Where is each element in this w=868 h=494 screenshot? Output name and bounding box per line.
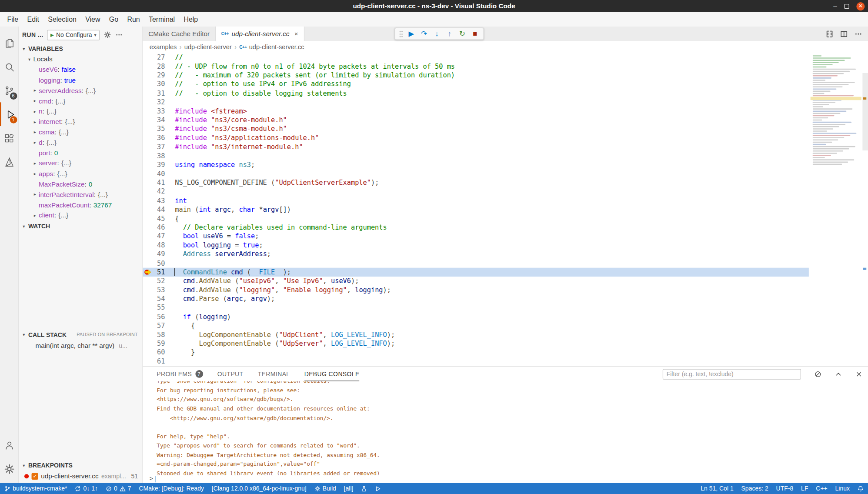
variable-row[interactable]: logging:true (19, 75, 142, 85)
code-line[interactable]: 52 cmd.AddValue ("useIpv6", "Use Ipv6", … (143, 277, 808, 286)
code-line[interactable]: 61 (143, 357, 808, 366)
variable-row[interactable]: ▸csma:{...} (19, 127, 142, 137)
minimap[interactable] (813, 54, 860, 165)
close-panel-icon[interactable] (855, 370, 863, 378)
menu-go[interactable]: Go (105, 12, 123, 27)
code-line[interactable]: 27// (143, 53, 808, 62)
code-line[interactable]: 36#include "ns3/applications-module.h" (143, 134, 808, 143)
breakpoints-section-header[interactable]: ▾ BREAKPOINTS (19, 460, 142, 471)
code-line[interactable]: 41NS_LOG_COMPONENT_DEFINE ("UdpClientSer… (143, 178, 808, 187)
variable-row[interactable]: ▸interPacketInterval:{...} (19, 190, 142, 200)
views-more-icon[interactable] (115, 31, 123, 39)
line-number[interactable]: 47 (143, 232, 165, 241)
line-number[interactable]: 45 (143, 214, 165, 223)
code-line[interactable]: 49 Address serverAddress; (143, 250, 808, 259)
code-line[interactable]: 50 (143, 259, 808, 268)
code-line[interactable]: 51 CommandLine cmd (__FILE__); (143, 267, 808, 277)
code-line[interactable]: 33#include <fstream> (143, 107, 808, 116)
step-into-button[interactable]: ↓ (432, 28, 441, 39)
line-number[interactable]: 40 (143, 169, 165, 178)
minimize-button[interactable]: – (833, 3, 837, 9)
line-number[interactable]: 33 (143, 107, 165, 116)
run-debug-icon[interactable]: 1 (0, 102, 19, 126)
editor-scrollbar[interactable] (862, 73, 868, 150)
status-eol[interactable]: LF (801, 485, 808, 492)
status-os-indicator[interactable]: Linux (835, 485, 850, 492)
variables-section-header[interactable]: ▾ VARIABLES (19, 43, 142, 54)
variable-row[interactable]: maxPacketCount:32767 (19, 200, 142, 210)
line-number[interactable]: 31 (143, 89, 165, 98)
line-number[interactable]: 34 (143, 116, 165, 125)
status-encoding[interactable]: UTF-8 (776, 485, 794, 492)
breadcrumb-item[interactable]: C++udp-client-server.cc (239, 43, 304, 50)
status-notifications[interactable] (858, 485, 864, 491)
editor-tab[interactable]: CMake Cache Editor (143, 27, 216, 41)
split-editor-icon[interactable] (840, 30, 848, 38)
status-cmake-build[interactable]: Build (314, 485, 336, 492)
line-number[interactable]: 46 (143, 223, 165, 232)
line-number[interactable]: 59 (143, 339, 165, 348)
variable-row[interactable]: useV6:false (19, 65, 142, 75)
line-number[interactable]: 55 (143, 304, 165, 313)
code-line[interactable]: 28// - UDP flow from n0 to n1 of 1024 by… (143, 62, 808, 71)
panel-tab-debug-console[interactable]: DEBUG CONSOLE (304, 367, 360, 381)
line-number[interactable]: 60 (143, 348, 165, 357)
code-line[interactable]: 39using namespace ns3; (143, 160, 808, 170)
menu-help[interactable]: Help (179, 12, 202, 27)
more-actions-icon[interactable] (854, 30, 862, 38)
line-number[interactable]: 44 (143, 205, 165, 214)
call-stack-section-header[interactable]: ▾ CALL STACK PAUSED ON BREAKPOINT (19, 329, 142, 340)
manage-gear-icon[interactable] (0, 457, 19, 481)
debug-config-select[interactable]: ▶ No Configura ▾ (47, 30, 100, 40)
code-line[interactable]: 34#include "ns3/core-module.h" (143, 116, 808, 125)
code-line[interactable]: 40 (143, 169, 808, 178)
menu-edit[interactable]: Edit (23, 12, 43, 27)
code-line[interactable]: 56 if (logging) (143, 312, 808, 321)
line-number[interactable]: 49 (143, 250, 165, 259)
code-line[interactable]: 47 bool useV6 = false; (143, 232, 808, 241)
explorer-icon[interactable] (0, 31, 19, 55)
code-line[interactable]: 35#include "ns3/csma-module.h" (143, 125, 808, 134)
line-number[interactable]: 58 (143, 330, 165, 339)
panel-tab-problems[interactable]: PROBLEMS7 (157, 367, 203, 381)
launch-settings-gear-icon[interactable] (103, 31, 111, 39)
code-line[interactable]: 43int (143, 196, 808, 205)
line-number[interactable]: 53 (143, 285, 165, 294)
variable-row[interactable]: ▸server:{...} (19, 158, 142, 169)
menu-terminal[interactable]: Terminal (144, 12, 180, 27)
extensions-icon[interactable] (0, 126, 19, 150)
drag-handle[interactable] (399, 30, 403, 37)
variable-row[interactable]: ▸cmd:{...} (19, 96, 142, 106)
line-number[interactable]: 48 (143, 241, 165, 250)
search-icon[interactable] (0, 55, 19, 79)
restart-button[interactable]: ↻ (458, 28, 467, 39)
code-line[interactable]: 31// - option to disable logging stateme… (143, 89, 808, 98)
menu-view[interactable]: View (81, 12, 105, 27)
step-over-button[interactable]: ↷ (420, 28, 428, 39)
variable-row[interactable]: ▸d:{...} (19, 137, 142, 148)
line-number[interactable]: 29 (143, 71, 165, 80)
code-line[interactable]: 45{ (143, 214, 808, 223)
code-editor[interactable]: 27//28// - UDP flow from n0 to n1 of 102… (143, 53, 868, 366)
status-cmake-kit[interactable]: [Clang 12.0.0 x86_64-pc-linux-gnu] (212, 485, 307, 492)
account-icon[interactable] (0, 433, 19, 457)
code-line[interactable]: 55 (143, 304, 808, 313)
line-number[interactable]: 36 (143, 134, 165, 143)
close-button[interactable]: ✕ (856, 2, 865, 10)
continue-button[interactable]: ▶ (407, 28, 416, 39)
source-control-icon[interactable]: 6 (0, 79, 19, 103)
line-number[interactable]: 41 (143, 178, 165, 187)
clear-console-icon[interactable] (815, 370, 822, 378)
code-line[interactable]: 29// - maximum of 320 packets sent (or l… (143, 71, 808, 80)
cmake-icon[interactable] (0, 150, 19, 174)
line-number[interactable]: 32 (143, 98, 165, 107)
code-line[interactable]: 44main (int argc, char *argv[]) (143, 205, 808, 214)
code-line[interactable]: 32 (143, 98, 808, 107)
breadcrumb-item[interactable]: examples (150, 43, 177, 50)
code-line[interactable]: 48 bool logging = true; (143, 241, 808, 250)
breadcrumb-item[interactable]: udp-client-server (184, 43, 232, 50)
variable-row[interactable]: ▸client:{...} (19, 210, 142, 220)
menu-run[interactable]: Run (123, 12, 144, 27)
line-number[interactable]: 50 (143, 259, 165, 268)
line-number[interactable]: 56 (143, 312, 165, 321)
